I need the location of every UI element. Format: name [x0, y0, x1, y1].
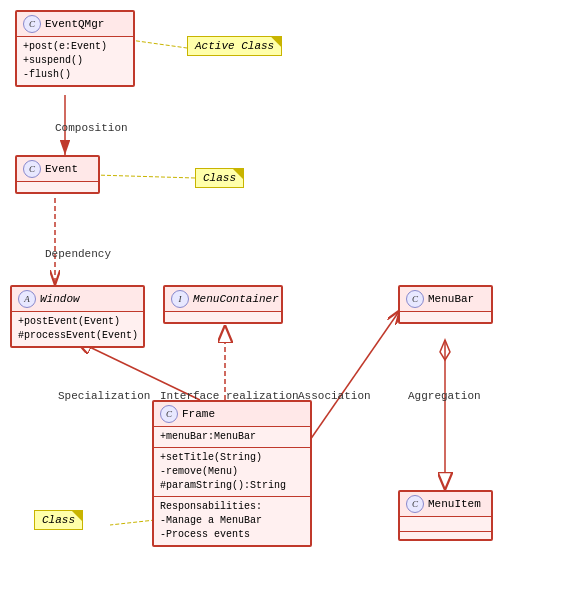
class-name-menubar: MenuBar	[428, 293, 474, 305]
diagram-container: C EventQMgr +post(e:Event) +suspend() -f…	[0, 0, 572, 611]
attr-line: -flush()	[23, 68, 127, 82]
class-body-menubar	[400, 312, 491, 322]
attr-line: +setTitle(String)	[160, 451, 304, 465]
note-active-class: Active Class	[187, 36, 282, 56]
class-window: A Window +postEvent(Event) #processEvent…	[10, 285, 145, 348]
note-class1: Class	[195, 168, 244, 188]
svg-marker-9	[440, 340, 450, 360]
label-interface-real: Interface realization	[160, 390, 299, 402]
class-body-menuitem	[400, 517, 491, 531]
class-menubar: C MenuBar	[398, 285, 493, 324]
attr-line: #processEvent(Event)	[18, 329, 137, 343]
note-class2: Class	[34, 510, 83, 530]
note-class2-text: Class	[42, 514, 75, 526]
class-section-frame-methods: +setTitle(String) -remove(Menu) #paramSt…	[154, 447, 310, 496]
attr-line: +post(e:Event)	[23, 40, 127, 54]
note-active-class-text: Active Class	[195, 40, 274, 52]
stereotype-icon-menuitem: C	[406, 495, 424, 513]
svg-line-7	[310, 310, 400, 440]
class-header-frame: C Frame	[154, 402, 310, 427]
attr-line: -Process events	[160, 528, 304, 542]
attr-line: -Manage a MenuBar	[160, 514, 304, 528]
class-body-event	[17, 182, 98, 192]
class-header-event: C Event	[17, 157, 98, 182]
attr-line: #paramString():String	[160, 479, 304, 493]
class-eventqmgr: C EventQMgr +post(e:Event) +suspend() -f…	[15, 10, 135, 87]
stereotype-icon-eventqmgr: C	[23, 15, 41, 33]
class-body-menucontainer	[165, 312, 281, 322]
stereotype-icon-menubar: C	[406, 290, 424, 308]
attr-line: -remove(Menu)	[160, 465, 304, 479]
class-body-window: +postEvent(Event) #processEvent(Event)	[12, 312, 143, 346]
svg-line-2	[130, 40, 187, 48]
label-dependency: Dependency	[45, 248, 111, 260]
class-event: C Event	[15, 155, 100, 194]
class-name-window: Window	[40, 293, 80, 305]
class-frame: C Frame +menuBar:MenuBar +setTitle(Strin…	[152, 400, 312, 547]
class-body-eventqmgr: +post(e:Event) +suspend() -flush()	[17, 37, 133, 85]
attr-line: +postEvent(Event)	[18, 315, 137, 329]
attr-line: +menuBar:MenuBar	[160, 430, 304, 444]
label-aggregation: Aggregation	[408, 390, 481, 402]
class-name-frame: Frame	[182, 408, 215, 420]
class-body-frame: +menuBar:MenuBar	[154, 427, 310, 447]
class-header-menucontainer: I MenuContainer	[165, 287, 281, 312]
label-association: Association	[298, 390, 371, 402]
note-class1-text: Class	[203, 172, 236, 184]
label-composition: Composition	[55, 122, 128, 134]
stereotype-icon-frame: C	[160, 405, 178, 423]
label-specialization: Specialization	[58, 390, 150, 402]
stereotype-icon-window: A	[18, 290, 36, 308]
class-section-frame-resp: Responsabilities: -Manage a MenuBar -Pro…	[154, 496, 310, 545]
attr-line: +suspend()	[23, 54, 127, 68]
class-header-window: A Window	[12, 287, 143, 312]
class-header-menubar: C MenuBar	[400, 287, 491, 312]
class-menucontainer: I MenuContainer	[163, 285, 283, 324]
class-name-eventqmgr: EventQMgr	[45, 18, 104, 30]
attr-line: Responsabilities:	[160, 500, 304, 514]
stereotype-icon-event: C	[23, 160, 41, 178]
class-name-event: Event	[45, 163, 78, 175]
class-name-menucontainer: MenuContainer	[193, 293, 279, 305]
class-header-eventqmgr: C EventQMgr	[17, 12, 133, 37]
class-section-menuitem	[400, 531, 491, 539]
class-header-menuitem: C MenuItem	[400, 492, 491, 517]
class-menuitem: C MenuItem	[398, 490, 493, 541]
stereotype-icon-menucontainer: I	[171, 290, 189, 308]
class-name-menuitem: MenuItem	[428, 498, 481, 510]
svg-line-4	[110, 520, 155, 525]
svg-line-3	[95, 175, 195, 178]
